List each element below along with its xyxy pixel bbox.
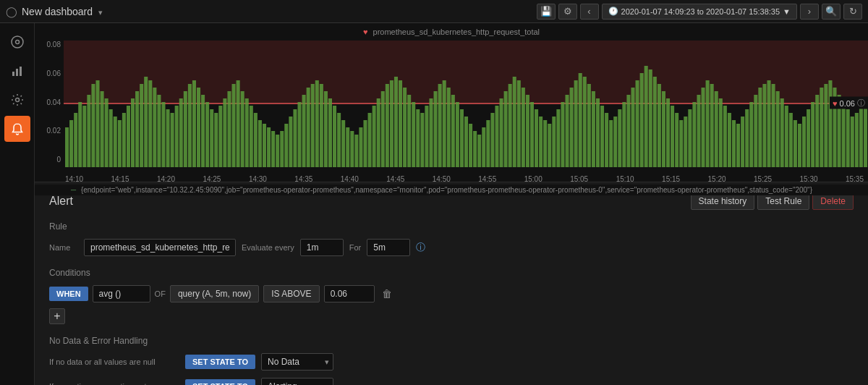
svg-rect-115 (535, 109, 538, 167)
svg-rect-103 (482, 127, 485, 167)
svg-rect-135 (622, 102, 626, 167)
sidebar-item-settings[interactable] (4, 87, 30, 113)
svg-rect-81 (386, 84, 389, 167)
svg-rect-74 (354, 135, 358, 167)
chart-icon (11, 64, 24, 77)
sidebar (0, 23, 35, 385)
svg-rect-149 (684, 117, 687, 167)
condition-row: WHEN OF query (A, 5m, now) IS ABOVE 🗑 (49, 285, 854, 302)
rule-section: Rule Name Evaluate every For ⓘ (49, 221, 854, 256)
svg-rect-179 (815, 95, 819, 167)
svg-rect-146 (671, 106, 674, 167)
settings-button[interactable]: ⚙ (558, 4, 577, 20)
sidebar-item-home[interactable] (4, 29, 30, 55)
clock-icon: 🕐 (608, 7, 618, 16)
svg-rect-153 (702, 88, 705, 167)
svg-rect-133 (613, 117, 617, 167)
svg-rect-63 (307, 88, 310, 167)
legend-text: {endpoint="web",instance="10.32.2.45:909… (81, 186, 812, 194)
time-range-text: 2020-01-07 14:09:23 to 2020-01-07 15:38:… (621, 7, 780, 16)
when-button[interactable]: WHEN (49, 287, 88, 301)
main-area: ♥ prometheus_sd_kubernetes_http_request_… (0, 23, 868, 385)
svg-rect-29 (157, 95, 161, 167)
svg-rect-101 (473, 131, 477, 167)
svg-rect-85 (403, 88, 407, 167)
svg-rect-40 (205, 102, 209, 167)
bell-icon (11, 122, 24, 135)
svg-rect-96 (451, 95, 455, 167)
svg-rect-97 (456, 102, 459, 167)
threshold-input[interactable] (324, 285, 375, 302)
svg-rect-75 (359, 127, 362, 167)
svg-rect-109 (509, 84, 512, 167)
svg-rect-93 (438, 84, 442, 167)
svg-rect-67 (324, 91, 328, 167)
svg-rect-38 (197, 88, 200, 167)
svg-rect-24 (135, 91, 139, 167)
svg-rect-150 (688, 109, 692, 167)
svg-rect-36 (188, 84, 192, 167)
avg-input[interactable] (93, 285, 150, 302)
svg-rect-51 (254, 113, 258, 167)
svg-rect-66 (320, 84, 323, 167)
add-condition-button[interactable]: + (49, 308, 65, 324)
nav-next-button[interactable]: › (800, 4, 819, 20)
svg-rect-122 (565, 95, 569, 167)
svg-rect-165 (754, 95, 757, 167)
svg-rect-48 (241, 91, 244, 167)
svg-rect-137 (631, 88, 634, 167)
set-state-btn-2[interactable]: SET STATE TO (185, 379, 255, 385)
time-range-picker[interactable]: 🕐 2020-01-07 14:09:23 to 2020-01-07 15:3… (602, 4, 797, 20)
svg-rect-17 (105, 98, 109, 167)
svg-rect-73 (350, 131, 354, 167)
svg-rect-148 (679, 120, 683, 167)
svg-rect-9 (69, 120, 73, 167)
rule-row: Name Evaluate every For ⓘ (49, 239, 854, 256)
for-input[interactable] (367, 239, 410, 256)
sidebar-item-alert[interactable] (4, 116, 30, 142)
svg-rect-127 (587, 84, 591, 167)
svg-rect-104 (486, 120, 490, 167)
svg-rect-188 (855, 113, 859, 167)
svg-rect-71 (341, 120, 345, 167)
query-button[interactable]: query (A, 5m, now) (170, 285, 259, 302)
svg-rect-95 (447, 88, 451, 167)
name-label: Name (49, 243, 78, 252)
svg-rect-19 (114, 117, 117, 167)
save-button[interactable]: 💾 (537, 4, 556, 20)
svg-rect-116 (539, 117, 542, 167)
threshold-heart-icon: ♥ (833, 98, 838, 107)
svg-rect-100 (469, 124, 472, 167)
svg-rect-170 (776, 91, 780, 167)
svg-rect-171 (780, 98, 784, 167)
svg-rect-55 (271, 131, 275, 167)
x-label-15:00: 15:00 (524, 175, 542, 183)
delete-condition-icon[interactable]: 🗑 (379, 288, 395, 300)
sidebar-item-chart[interactable] (4, 58, 30, 84)
x-label-14:40: 14:40 (341, 175, 359, 183)
svg-rect-87 (412, 102, 415, 167)
evaluate-every-input[interactable] (300, 239, 344, 256)
no-data-state-select-2[interactable]: Alerting No Data OK Keep State (261, 378, 333, 385)
zoom-button[interactable]: 🔍 (822, 4, 841, 20)
svg-rect-8 (65, 127, 69, 167)
is-above-button[interactable]: IS ABOVE (263, 285, 319, 302)
no-data-state-select-1[interactable]: No Data Alerting OK Keep State (261, 353, 333, 371)
y-label-0: 0 (56, 156, 61, 164)
nav-prev-button[interactable]: ‹ (580, 4, 599, 20)
threshold-info-icon[interactable]: ⓘ (857, 98, 865, 109)
title-text: New dashboard (22, 6, 93, 17)
svg-rect-108 (504, 91, 508, 167)
dashboard-title[interactable]: New dashboard ▾ (22, 6, 103, 17)
legend-line-icon: ─ (71, 186, 76, 194)
no-data-state-select-wrap-2: Alerting No Data OK Keep State (261, 378, 333, 385)
x-label-15:20: 15:20 (708, 175, 726, 183)
for-info-icon[interactable]: ⓘ (416, 241, 425, 254)
svg-rect-94 (443, 80, 446, 167)
svg-rect-56 (276, 135, 279, 167)
refresh-button[interactable]: ↻ (843, 4, 862, 20)
back-icon[interactable]: ◯ (6, 6, 17, 17)
svg-rect-107 (500, 98, 503, 167)
set-state-btn-1[interactable]: SET STATE TO (185, 355, 255, 369)
rule-name-input[interactable] (84, 239, 236, 256)
